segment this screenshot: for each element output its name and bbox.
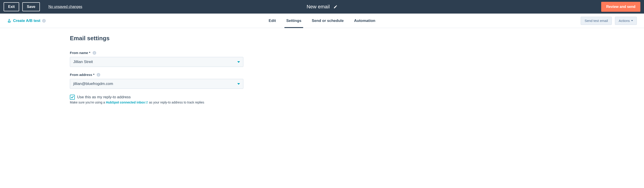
from-name-select[interactable]: Jillian Streit bbox=[70, 57, 243, 67]
info-icon[interactable]: i bbox=[92, 51, 96, 55]
edit-title-icon[interactable] bbox=[333, 5, 337, 9]
chevron-down-icon bbox=[237, 83, 240, 85]
help-suffix: as your reply-to address to track replie… bbox=[148, 101, 204, 104]
actions-label: Actions bbox=[619, 19, 630, 23]
section-heading: Email settings bbox=[70, 35, 248, 42]
tab-edit[interactable]: Edit bbox=[268, 14, 276, 28]
page-title: New email bbox=[307, 4, 330, 10]
caret-down-icon bbox=[631, 20, 633, 21]
from-address-value: jillian@bluefrogdm.com bbox=[73, 81, 113, 86]
tab-settings[interactable]: Settings bbox=[286, 14, 301, 28]
send-test-email-button[interactable]: Send test email bbox=[581, 17, 612, 25]
tab-send-or-schedule[interactable]: Send or schedule bbox=[312, 14, 344, 28]
top-right-group: Review and send bbox=[601, 2, 640, 12]
help-prefix: Make sure you're using a bbox=[70, 101, 106, 104]
top-header: Exit Save No unsaved changes New email R… bbox=[0, 0, 644, 14]
label-text: From name * bbox=[70, 51, 90, 55]
flask-icon bbox=[7, 19, 11, 23]
top-center-group: New email bbox=[307, 4, 338, 10]
create-ab-test-link[interactable]: Create A/B test bbox=[13, 19, 40, 23]
unsaved-changes-link[interactable]: No unsaved changes bbox=[48, 5, 82, 9]
from-address-select[interactable]: jillian@bluefrogdm.com bbox=[70, 79, 243, 89]
actions-dropdown-button[interactable]: Actions bbox=[615, 17, 637, 25]
exit-button[interactable]: Exit bbox=[4, 2, 19, 11]
from-name-label: From name * i bbox=[70, 51, 248, 55]
secondary-nav: Create A/B test i Edit Settings Send or … bbox=[0, 14, 644, 28]
nav-tabs: Edit Settings Send or schedule Automatio… bbox=[268, 14, 375, 28]
from-address-label: From address * i bbox=[70, 73, 248, 77]
save-button[interactable]: Save bbox=[22, 2, 40, 11]
help-link-text: HubSpot connected inbox bbox=[106, 101, 145, 104]
from-address-field: From address * i jillian@bluefrogdm.com bbox=[70, 73, 248, 89]
label-text: From address * bbox=[70, 73, 94, 77]
nav-right-group: Send test email Actions bbox=[581, 17, 637, 25]
check-icon bbox=[71, 96, 74, 99]
connected-inbox-link[interactable]: HubSpot connected inbox bbox=[106, 101, 148, 104]
review-send-button[interactable]: Review and send bbox=[601, 2, 640, 12]
reply-to-checkbox-row: Use this as my reply-to address bbox=[70, 95, 248, 100]
info-icon[interactable]: i bbox=[42, 19, 46, 23]
reply-to-checkbox[interactable] bbox=[70, 95, 75, 100]
main-content: Email settings From name * i Jillian Str… bbox=[0, 28, 248, 113]
chevron-down-icon bbox=[237, 61, 240, 63]
from-name-field: From name * i Jillian Streit bbox=[70, 51, 248, 67]
nav-left-group: Create A/B test i bbox=[7, 19, 46, 23]
reply-to-help-text: Make sure you're using a HubSpot connect… bbox=[70, 101, 248, 104]
from-name-value: Jillian Streit bbox=[73, 60, 93, 64]
top-left-group: Exit Save No unsaved changes bbox=[4, 2, 82, 11]
tab-automation[interactable]: Automation bbox=[354, 14, 375, 28]
external-link-icon bbox=[145, 101, 148, 104]
info-icon[interactable]: i bbox=[97, 73, 100, 77]
reply-to-checkbox-label: Use this as my reply-to address bbox=[77, 95, 131, 100]
